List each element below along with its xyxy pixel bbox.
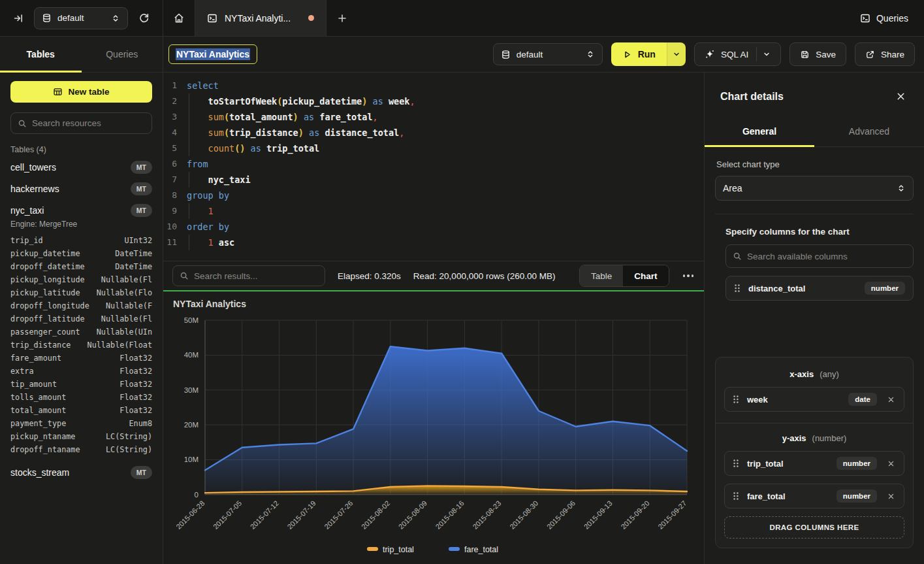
legend-label-fare_total[interactable]: fare_total [464,545,498,554]
sql-ai-button[interactable]: SQL AI [694,42,781,66]
tab-nytaxi-analytics[interactable]: NYTaxi Analyti... [195,0,327,36]
tab-strip: NYTaxi Analyti... [163,0,358,36]
panel-tab-advanced[interactable]: Advanced [814,118,924,146]
chevron-down-icon[interactable] [763,50,771,58]
editor-line[interactable]: 4 sum(trip_distance) as distance_total, [163,125,704,141]
sidebar-tab-queries[interactable]: Queries [82,37,163,72]
table-row[interactable]: stocks_streamMT [10,461,152,483]
editor-line[interactable]: 6from [163,156,704,172]
drag-handle-icon[interactable] [733,459,739,468]
app-root: default NYTaxi Analyti... Que [0,0,924,564]
legend-swatch-fare_total[interactable] [449,547,460,551]
editor-line[interactable]: 1select [163,78,704,93]
column-row: fare_amountFloat32 [10,352,152,365]
line-number: 6 [163,156,187,172]
table-row[interactable]: hackernewsMT [10,178,152,199]
y-tick-label: 30M [184,386,199,394]
column-type: Float32 [119,365,152,378]
sidebar-tab-tables[interactable]: Tables [0,37,82,72]
refresh-button[interactable] [135,8,153,27]
topbar-database-value: default [57,13,105,23]
table-row[interactable]: cell_towersMT [10,156,152,178]
table-name: stocks_stream [10,467,69,478]
view-toggle-table[interactable]: Table [580,265,623,286]
editor-line[interactable]: 2 toStartOfWeek(pickup_datetime) as week… [163,93,704,109]
column-name: dropoff_latitude [10,312,85,325]
editor-line[interactable]: 11 1 asc [163,235,704,250]
editor-line[interactable]: 5 count() as trip_total [163,141,704,156]
chart-view[interactable]: NYTaxi Analytics010M20M30M40M50M2015-06-… [163,291,704,564]
y-axis-column-item-trip_total[interactable]: trip_totalnumber [724,451,904,476]
topbar-database-selector[interactable]: default [34,7,128,29]
columns-search-input[interactable] [747,252,906,261]
x-tick-label: 2015-08-16 [434,499,466,531]
drag-handle-icon[interactable] [734,284,741,293]
sidebar-tabs: Tables Queries [0,37,163,73]
unsaved-changes-dot [308,15,314,21]
column-type: Nullable(Flo [97,286,152,299]
query-title-text: NYTaxi Analytics [176,48,250,60]
legend-swatch-trip_total[interactable] [367,547,378,551]
query-database-selector[interactable]: default [493,43,603,65]
drag-handle-icon[interactable] [733,395,739,404]
area-chart-canvas[interactable]: NYTaxi Analytics010M20M30M40M50M2015-06-… [163,291,704,564]
queries-button[interactable]: Queries [860,13,908,24]
remove-column-button[interactable] [886,395,896,405]
more-options-button[interactable] [682,271,695,281]
editor-line[interactable]: 3 sum(total_amount) as fare_total, [163,109,704,125]
column-type: Float32 [119,391,152,404]
column-type: Nullable(UIn [97,325,152,339]
save-button[interactable]: Save [789,42,846,66]
column-type-badge: number [836,489,877,503]
code-text: nyc_taxi [187,172,251,188]
resource-search-input[interactable] [32,118,145,128]
panel-tab-general[interactable]: General [705,118,814,146]
available-column-item-distance_total[interactable]: distance_totalnumber [725,276,914,301]
new-table-button[interactable]: New table [10,81,152,103]
table-engine-badge: MT [131,204,152,217]
sql-editor[interactable]: 1select2 toStartOfWeek(pickup_datetime) … [163,73,704,261]
remove-column-button[interactable] [886,459,896,469]
editor-line[interactable]: 8group by [163,188,704,203]
panel-body: Select chart type Area Specify columns f… [705,147,924,564]
share-button[interactable]: Share [855,42,915,66]
share-icon [865,50,875,59]
legend-label-trip_total[interactable]: trip_total [383,545,414,554]
topbar-right: Queries [860,0,924,36]
columns-section-label: Specify columns for the chart [725,227,914,237]
y-axis-column-item-fare_total[interactable]: fare_totalnumber [724,484,904,508]
column-row: trip_distanceNullable(Float [10,339,152,352]
x-axis-items: weekdate [724,387,904,412]
column-name: trip_distance [10,339,71,352]
collapse-sidebar-button[interactable] [9,9,27,27]
x-axis-hint: (any) [820,369,839,379]
remove-column-button[interactable] [886,491,896,501]
drag-handle-icon[interactable] [733,491,739,501]
column-row: total_amountFloat32 [10,404,152,417]
column-name: tip_amount [10,378,57,391]
editor-line[interactable]: 10order by [163,219,704,235]
chart-legend[interactable]: trip_totalfare_total [367,545,498,554]
queries-label: Queries [876,13,908,24]
query-title-input[interactable]: NYTaxi Analytics [168,44,257,64]
new-tab-button[interactable] [327,0,358,36]
view-toggle-chart[interactable]: Chart [623,265,668,286]
column-item-name: trip_total [747,459,829,469]
editor-line[interactable]: 7 nyc_taxi [163,172,704,188]
drag-columns-dropzone[interactable]: DRAG COLUMNS HERE [724,516,904,539]
run-options-button[interactable] [667,42,686,66]
code-text: order by [187,219,229,235]
run-button[interactable]: Run [611,42,667,66]
y-tick-label: 50M [184,316,199,324]
x-axis-column-item-week[interactable]: weekdate [724,387,904,412]
editor-line[interactable]: 9 1 [163,203,704,219]
line-number: 1 [163,78,187,93]
y-axis-header: y-axis(number) [724,433,904,443]
search-icon [733,252,742,261]
table-row[interactable]: nyc_taxiMT [10,199,152,221]
results-search-input[interactable] [194,271,318,281]
close-panel-button[interactable] [893,89,908,104]
sql-ai-label: SQL AI [721,50,748,59]
chart-type-selector[interactable]: Area [715,176,914,201]
home-button[interactable] [163,0,195,36]
